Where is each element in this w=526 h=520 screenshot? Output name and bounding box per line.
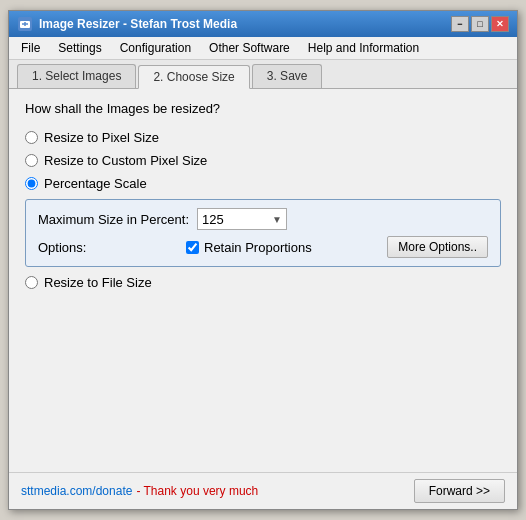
- close-button[interactable]: ✕: [491, 16, 509, 32]
- menu-configuration[interactable]: Configuration: [112, 39, 199, 57]
- menu-file[interactable]: File: [13, 39, 48, 57]
- footer: sttmedia.com/donate - Thank you very muc…: [9, 472, 517, 509]
- radio-custom-pixel-size[interactable]: Resize to Custom Pixel Size: [25, 153, 501, 168]
- radio-percentage-scale-input[interactable]: [25, 177, 38, 190]
- title-controls: − □ ✕: [451, 16, 509, 32]
- tab-save[interactable]: 3. Save: [252, 64, 323, 88]
- max-size-value: 125: [202, 212, 224, 227]
- radio-pixel-size-input[interactable]: [25, 131, 38, 144]
- resize-options: Resize to Pixel Size Resize to Custom Pi…: [25, 130, 501, 290]
- max-size-select[interactable]: 125 ▼: [197, 208, 287, 230]
- title-bar: Image Resizer - Stefan Trost Media − □ ✕: [9, 11, 517, 37]
- percentage-scale-section: Maximum Size in Percent: 125 ▼ Options: …: [25, 199, 501, 267]
- retain-proportions-checkbox[interactable]: [186, 241, 199, 254]
- radio-custom-pixel-size-input[interactable]: [25, 154, 38, 167]
- radio-pixel-size-label: Resize to Pixel Size: [44, 130, 159, 145]
- retain-proportions-checkbox-label[interactable]: Retain Proportions: [186, 240, 312, 255]
- content-spacer: [25, 300, 501, 460]
- radio-custom-pixel-size-label: Resize to Custom Pixel Size: [44, 153, 207, 168]
- radio-percentage-scale[interactable]: Percentage Scale: [25, 176, 501, 191]
- minimize-button[interactable]: −: [451, 16, 469, 32]
- radio-file-size-label: Resize to File Size: [44, 275, 152, 290]
- options-row: Options: Retain Proportions More Options…: [38, 236, 488, 258]
- radio-file-size[interactable]: Resize to File Size: [25, 275, 501, 290]
- window-title: Image Resizer - Stefan Trost Media: [39, 17, 237, 31]
- tab-bar: 1. Select Images 2. Choose Size 3. Save: [9, 60, 517, 89]
- options-left: Options: Retain Proportions: [38, 240, 312, 255]
- max-size-label: Maximum Size in Percent:: [38, 212, 189, 227]
- menu-settings[interactable]: Settings: [50, 39, 109, 57]
- footer-left: sttmedia.com/donate - Thank you very muc…: [21, 484, 258, 498]
- app-icon: [17, 16, 33, 32]
- retain-proportions-label: Retain Proportions: [204, 240, 312, 255]
- menu-other-software[interactable]: Other Software: [201, 39, 298, 57]
- title-bar-left: Image Resizer - Stefan Trost Media: [17, 16, 237, 32]
- forward-button[interactable]: Forward >>: [414, 479, 505, 503]
- main-content: How shall the Images be resized? Resize …: [9, 89, 517, 472]
- menu-help[interactable]: Help and Information: [300, 39, 427, 57]
- menu-bar: File Settings Configuration Other Softwa…: [9, 37, 517, 60]
- footer-thanks: - Thank you very much: [136, 484, 258, 498]
- tab-choose-size[interactable]: 2. Choose Size: [138, 65, 249, 89]
- radio-percentage-scale-label: Percentage Scale: [44, 176, 147, 191]
- maximize-button[interactable]: □: [471, 16, 489, 32]
- donate-link[interactable]: sttmedia.com/donate: [21, 484, 132, 498]
- radio-pixel-size[interactable]: Resize to Pixel Size: [25, 130, 501, 145]
- options-label: Options:: [38, 240, 178, 255]
- main-window: Image Resizer - Stefan Trost Media − □ ✕…: [8, 10, 518, 510]
- max-size-row: Maximum Size in Percent: 125 ▼: [38, 208, 488, 230]
- radio-file-size-input[interactable]: [25, 276, 38, 289]
- tab-select-images[interactable]: 1. Select Images: [17, 64, 136, 88]
- more-options-button[interactable]: More Options..: [387, 236, 488, 258]
- question-text: How shall the Images be resized?: [25, 101, 501, 116]
- select-dropdown-icon: ▼: [272, 214, 282, 225]
